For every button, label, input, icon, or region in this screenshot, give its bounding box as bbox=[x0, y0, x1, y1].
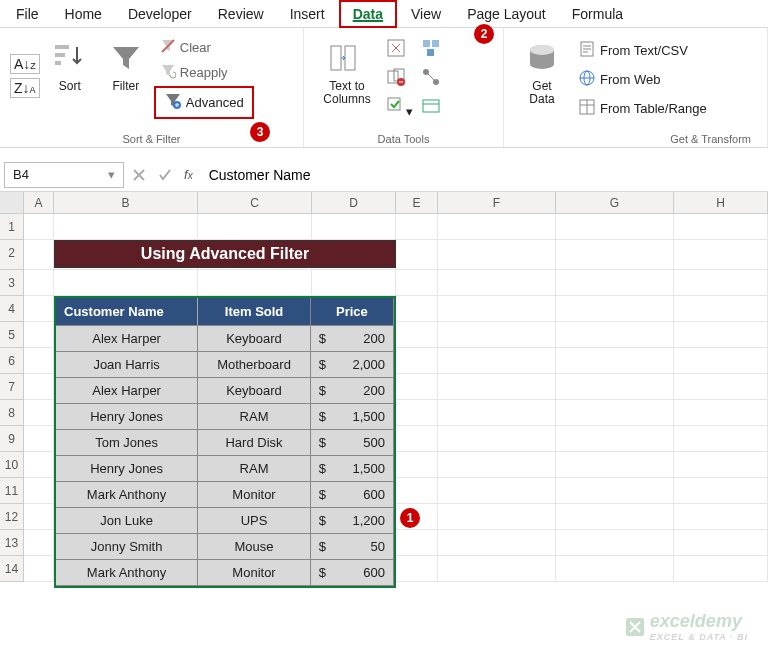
cell[interactable] bbox=[438, 426, 556, 452]
cell-item-sold[interactable]: Hard Disk bbox=[198, 430, 311, 456]
row-header[interactable]: 12 bbox=[0, 504, 24, 530]
cell[interactable] bbox=[438, 296, 556, 322]
col-header-g[interactable]: G bbox=[556, 192, 674, 213]
get-data-button[interactable]: Get Data bbox=[512, 32, 572, 121]
cell[interactable] bbox=[556, 530, 674, 556]
menu-home[interactable]: Home bbox=[53, 2, 114, 26]
cell-customer-name[interactable]: Mark Anthony bbox=[56, 482, 198, 508]
cell-customer-name[interactable]: Alex Harper bbox=[56, 326, 198, 352]
cell[interactable] bbox=[438, 374, 556, 400]
row-header[interactable]: 11 bbox=[0, 478, 24, 504]
data-validation-icon[interactable]: ▾ bbox=[386, 96, 413, 119]
name-box[interactable]: B4 ▾ bbox=[4, 162, 124, 188]
text-to-columns-button[interactable]: Text to Columns bbox=[312, 32, 382, 125]
cancel-formula-button[interactable] bbox=[128, 164, 150, 186]
row-header[interactable]: 1 bbox=[0, 214, 24, 240]
row-header[interactable]: 2 bbox=[0, 240, 24, 270]
col-header-c[interactable]: C bbox=[198, 192, 312, 213]
col-header-b[interactable]: B bbox=[54, 192, 198, 213]
cell[interactable] bbox=[674, 426, 768, 452]
cell[interactable] bbox=[24, 214, 54, 240]
from-table-range-button[interactable]: From Table/Range bbox=[572, 96, 713, 121]
cell[interactable] bbox=[396, 322, 438, 348]
cell[interactable] bbox=[396, 240, 438, 270]
cell[interactable] bbox=[556, 504, 674, 530]
cell-price[interactable]: $1,500 bbox=[311, 456, 394, 482]
sort-desc-icon[interactable]: Z↓A bbox=[10, 78, 40, 98]
cell[interactable] bbox=[396, 296, 438, 322]
cell[interactable] bbox=[24, 400, 54, 426]
cell[interactable] bbox=[438, 556, 556, 582]
cell[interactable] bbox=[24, 530, 54, 556]
cell[interactable] bbox=[556, 478, 674, 504]
consolidate-icon[interactable] bbox=[421, 38, 441, 61]
cell[interactable] bbox=[556, 556, 674, 582]
cell[interactable] bbox=[396, 348, 438, 374]
col-header-f[interactable]: F bbox=[438, 192, 556, 213]
table-row[interactable]: Tom JonesHard Disk$500 bbox=[56, 430, 394, 456]
cell-price[interactable]: $600 bbox=[311, 560, 394, 586]
cell[interactable] bbox=[54, 270, 198, 296]
cell-price[interactable]: $200 bbox=[311, 326, 394, 352]
row-header[interactable]: 9 bbox=[0, 426, 24, 452]
select-all-button[interactable] bbox=[0, 192, 24, 213]
cell[interactable] bbox=[438, 270, 556, 296]
table-row[interactable]: Jonny SmithMouse$50 bbox=[56, 534, 394, 560]
menu-data[interactable]: Data bbox=[339, 0, 397, 28]
cell-customer-name[interactable]: Tom Jones bbox=[56, 430, 198, 456]
row-header[interactable]: 7 bbox=[0, 374, 24, 400]
cell[interactable] bbox=[24, 374, 54, 400]
cell[interactable] bbox=[198, 270, 312, 296]
menu-file[interactable]: File bbox=[4, 2, 51, 26]
cell[interactable] bbox=[556, 426, 674, 452]
row-header[interactable]: 3 bbox=[0, 270, 24, 296]
reapply-button[interactable]: Reapply bbox=[154, 61, 254, 84]
menu-formula[interactable]: Formula bbox=[560, 2, 635, 26]
cell[interactable] bbox=[438, 452, 556, 478]
from-text-csv-button[interactable]: From Text/CSV bbox=[572, 38, 713, 63]
cell[interactable] bbox=[674, 400, 768, 426]
cell[interactable] bbox=[396, 452, 438, 478]
cell[interactable] bbox=[674, 452, 768, 478]
row-header[interactable]: 14 bbox=[0, 556, 24, 582]
cell[interactable] bbox=[556, 240, 674, 270]
cell-price[interactable]: $50 bbox=[311, 534, 394, 560]
cell[interactable] bbox=[674, 322, 768, 348]
manage-data-model-icon[interactable] bbox=[421, 96, 441, 119]
cell[interactable] bbox=[24, 452, 54, 478]
col-header-a[interactable]: A bbox=[24, 192, 54, 213]
cell-item-sold[interactable]: Keyboard bbox=[198, 326, 311, 352]
flash-fill-icon[interactable] bbox=[386, 38, 413, 61]
row-header[interactable]: 13 bbox=[0, 530, 24, 556]
cell[interactable] bbox=[556, 322, 674, 348]
cell[interactable] bbox=[438, 322, 556, 348]
cell[interactable] bbox=[674, 348, 768, 374]
table-row[interactable]: Mark AnthonyMonitor$600 bbox=[56, 560, 394, 586]
table-row[interactable]: Jon LukeUPS$1,200 bbox=[56, 508, 394, 534]
cell[interactable] bbox=[556, 348, 674, 374]
cell[interactable] bbox=[438, 530, 556, 556]
clear-button[interactable]: Clear bbox=[154, 36, 254, 59]
advanced-button[interactable]: Advanced bbox=[154, 86, 254, 119]
cell-item-sold[interactable]: Keyboard bbox=[198, 378, 311, 404]
cell[interactable] bbox=[24, 556, 54, 582]
table-row[interactable]: Henry JonesRAM$1,500 bbox=[56, 456, 394, 482]
cell[interactable] bbox=[438, 478, 556, 504]
cell-item-sold[interactable]: UPS bbox=[198, 508, 311, 534]
cell-customer-name[interactable]: Henry Jones bbox=[56, 404, 198, 430]
cell-price[interactable]: $200 bbox=[311, 378, 394, 404]
cell[interactable] bbox=[24, 504, 54, 530]
cell[interactable] bbox=[396, 478, 438, 504]
menu-review[interactable]: Review bbox=[206, 2, 276, 26]
row-header[interactable]: 4 bbox=[0, 296, 24, 322]
table-row[interactable]: Mark AnthonyMonitor$600 bbox=[56, 482, 394, 508]
cell[interactable] bbox=[674, 478, 768, 504]
chevron-down-icon[interactable]: ▾ bbox=[108, 167, 115, 182]
cell-item-sold[interactable]: Monitor bbox=[198, 560, 311, 586]
cell[interactable] bbox=[198, 214, 312, 240]
cell-customer-name[interactable]: Mark Anthony bbox=[56, 560, 198, 586]
row-header[interactable]: 5 bbox=[0, 322, 24, 348]
from-web-button[interactable]: From Web bbox=[572, 67, 713, 92]
cell[interactable] bbox=[674, 214, 768, 240]
cell-item-sold[interactable]: Motherboard bbox=[198, 352, 311, 378]
